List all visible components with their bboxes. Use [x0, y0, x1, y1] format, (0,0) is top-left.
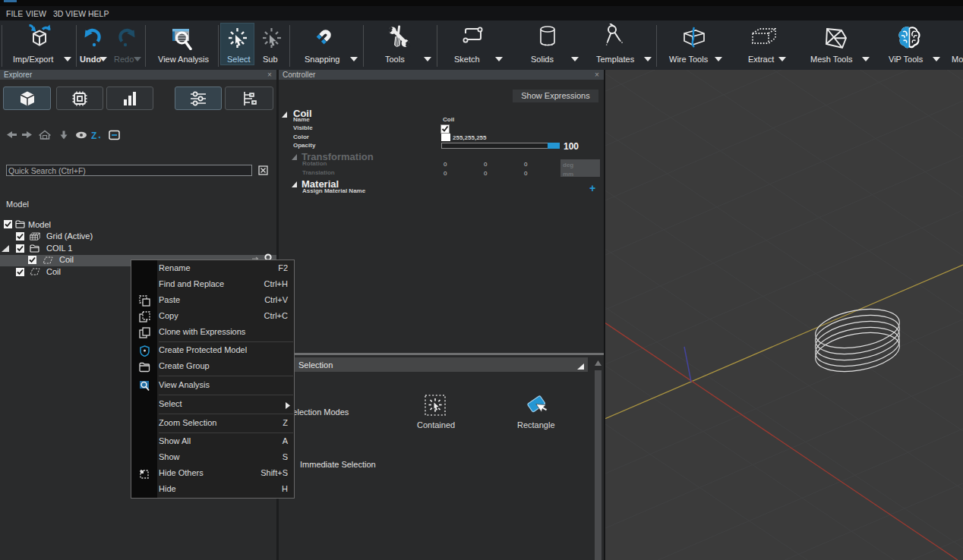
svg-text:c: c — [251, 92, 254, 97]
svg-text:Z: Z — [91, 131, 96, 141]
svg-text:c: c — [253, 99, 256, 105]
